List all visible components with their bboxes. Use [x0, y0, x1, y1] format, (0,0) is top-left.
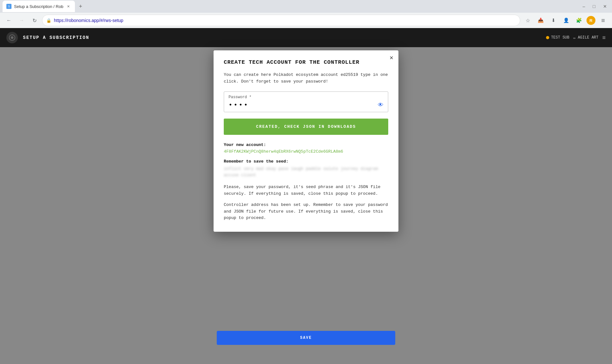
- app-title: SETUP A SUBSCRIPTION: [23, 35, 89, 40]
- account-section-label: Your new account:: [224, 142, 388, 147]
- agile-badge[interactable]: ✏ AGILE ART: [573, 35, 598, 40]
- created-check-json-button[interactable]: CREATED, CHECK JSON IN DOWNLOADS: [224, 119, 388, 135]
- window-controls: – □ ✕: [580, 3, 609, 10]
- forward-button[interactable]: →: [17, 15, 27, 25]
- download-icon[interactable]: ⬇: [548, 15, 558, 25]
- subscription-badge[interactable]: TEST SUB: [546, 35, 570, 40]
- app-header-right: TEST SUB ✏ AGILE ART ≡: [546, 34, 606, 41]
- active-tab[interactable]: S Setup a Subscription / Rob ✕: [3, 1, 75, 12]
- modal-description: You can create here Polkadot ecosystem a…: [224, 72, 388, 85]
- svg-point-1: [11, 36, 13, 39]
- save-note: Please, save your password, it's seed ph…: [224, 184, 388, 197]
- extension-icon[interactable]: 🧩: [574, 15, 584, 25]
- profile-button[interactable]: R: [586, 16, 595, 25]
- url-text: https://robonomics.app/#/rws-setup: [54, 18, 516, 23]
- pocket-icon[interactable]: 📥: [536, 15, 546, 25]
- app-logo: [6, 32, 18, 43]
- modal-title: CREATE TECH ACCOUNT FOR THE CONTROLLER: [224, 59, 388, 65]
- password-input[interactable]: [229, 101, 378, 109]
- modal-overlay: × CREATE TECH ACCOUNT FOR THE CONTROLLER…: [0, 47, 612, 364]
- star-button[interactable]: ☆: [523, 15, 533, 25]
- tab-bar: S Setup a Subscription / Rob ✕ + – □ ✕: [0, 0, 612, 13]
- seed-section-label: Remember to save the seed:: [224, 159, 388, 164]
- seed-phrase: inflict very mad okay pave laugh paddle …: [224, 166, 388, 179]
- modal-close-button[interactable]: ×: [390, 54, 393, 62]
- address-bar: ← → ↻ 🔒 https://robonomics.app/#/rws-set…: [0, 13, 612, 28]
- menu-button[interactable]: ≡: [598, 15, 608, 25]
- tab-close-button[interactable]: ✕: [66, 4, 71, 9]
- app-header: SETUP A SUBSCRIPTION TEST SUB ✏ AGILE AR…: [0, 28, 612, 47]
- toolbar-icons: ☆ 📥 ⬇ 👤 🧩 R ≡: [523, 15, 608, 25]
- create-account-modal: × CREATE TECH ACCOUNT FOR THE CONTROLLER…: [214, 50, 398, 232]
- account-address: 4F8FfAK2KWjPCnQ8herw4qEbRX6rwNQ5pTcE2Cde…: [224, 149, 388, 154]
- password-label: Password *: [229, 95, 383, 99]
- maximize-control[interactable]: □: [590, 3, 598, 10]
- url-bar[interactable]: 🔒 https://robonomics.app/#/rws-setup: [42, 15, 520, 26]
- new-tab-button[interactable]: +: [76, 2, 85, 11]
- password-input-row: 👁: [229, 101, 383, 109]
- minimize-control[interactable]: –: [580, 3, 588, 10]
- close-control[interactable]: ✕: [601, 3, 609, 10]
- controller-note: Controller address has been set up. Reme…: [224, 202, 388, 222]
- logo-icon: [9, 34, 16, 41]
- back-button[interactable]: ←: [4, 15, 14, 25]
- agile-icon: ✏: [573, 35, 576, 40]
- tab-favicon: S: [6, 4, 11, 9]
- reload-button[interactable]: ↻: [29, 15, 40, 25]
- security-icon: 🔒: [46, 18, 51, 23]
- app-menu-icon[interactable]: ≡: [602, 34, 606, 41]
- account-icon[interactable]: 👤: [561, 15, 571, 25]
- page-background: SAVE × CREATE TECH ACCOUNT FOR THE CONTR…: [0, 47, 612, 364]
- tab-title: Setup a Subscription / Rob: [14, 4, 63, 9]
- sub-dot: [546, 36, 549, 39]
- password-field-container: Password * 👁: [224, 91, 388, 112]
- eye-toggle-icon[interactable]: 👁: [378, 102, 383, 108]
- agile-label: AGILE ART: [578, 35, 599, 40]
- sub-label: TEST SUB: [551, 35, 570, 40]
